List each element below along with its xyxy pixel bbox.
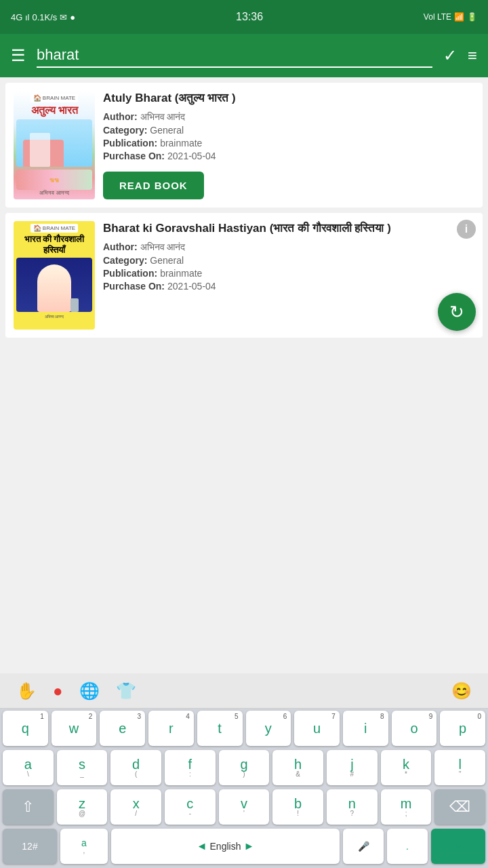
book-card: 🏠 BRAIN MATE अतुल्य भारत 🐪🐪 अभिनव आनन्द …	[5, 83, 483, 208]
book-publication-2: Publication:brainmate	[103, 268, 474, 279]
key-p[interactable]: 0p	[440, 711, 485, 746]
battery-icon: 🔋	[467, 12, 477, 22]
book-author-2: Author:अभिनव आनंद	[103, 241, 474, 253]
lang-arrow-right: ►	[243, 840, 254, 852]
key-l[interactable]: l"	[434, 750, 485, 785]
book-category-2: Category:General	[103, 255, 474, 266]
status-time: 13:36	[236, 11, 263, 23]
book-cover-1: 🏠 BRAIN MATE अतुल्य भारत 🐪🐪 अभिनव आनन्द	[14, 91, 95, 199]
key-b[interactable]: b!	[272, 789, 323, 825]
key-j[interactable]: j#	[327, 750, 378, 785]
cover-brand-2: 🏠 BRAIN MATE	[30, 224, 78, 233]
key-q[interactable]: 1q	[3, 711, 48, 746]
info-icon[interactable]: i	[457, 220, 476, 239]
key-o[interactable]: 9o	[392, 711, 437, 746]
book-info-1: Atuly Bharat (अतुल्य भारत ) Author:अभिनव…	[103, 91, 474, 199]
book-info-2: Bharat ki Goravshali Hastiyan (भारत की ग…	[103, 221, 474, 330]
confirm-search-icon[interactable]: ✓	[443, 46, 457, 65]
book-category-1: Category:General	[103, 125, 474, 136]
key-r[interactable]: 4r	[148, 711, 194, 746]
book-title-1: Atuly Bharat (अतुल्य भारत )	[103, 91, 474, 106]
keyboard: ✋ ● 🌐 👕 😊 1q 2w 3e 4r 5t 6y 7u 8i 9o 0p …	[0, 673, 488, 868]
refresh-fab[interactable]: ↻	[438, 293, 476, 331]
key-e[interactable]: 3e	[100, 711, 145, 746]
key-a-comma[interactable]: a,	[60, 829, 108, 864]
key-v[interactable]: v'	[219, 789, 270, 825]
key-m[interactable]: m;	[381, 789, 432, 825]
cover-brand-1: 🏠 BRAIN MATE	[30, 94, 78, 102]
keyboard-toolbar: ✋ ● 🌐 👕 😊	[0, 673, 488, 709]
book-author-1: Author:अभिनव आनंद	[103, 111, 474, 123]
smiley-icon[interactable]: 😊	[451, 682, 472, 701]
book-purchase-2: Purchase On:2021-05-04	[103, 281, 474, 292]
key-a[interactable]: a\	[3, 750, 54, 785]
cover-subtitle-2: अभिनव आनन्द	[45, 315, 64, 319]
signal-text: 4G ıl	[11, 12, 29, 22]
dot-red-icon: ●	[53, 682, 63, 701]
status-right: Vol LTE 📶 🔋	[424, 12, 477, 22]
globe-icon[interactable]: 🌐	[79, 682, 100, 701]
book-list: 🏠 BRAIN MATE अतुल्य भारत 🐪🐪 अभिनव आनन्द …	[0, 77, 488, 498]
book-title-2: Bharat ki Goravshali Hastiyan (भारत की ग…	[103, 221, 474, 236]
number-symbol-key[interactable]: 12#	[3, 829, 57, 864]
key-f[interactable]: f:	[165, 750, 216, 785]
keyboard-row-1: 1q 2w 3e 4r 5t 6y 7u 8i 9o 0p	[0, 709, 488, 748]
key-x[interactable]: x/	[110, 789, 161, 825]
key-w[interactable]: 2w	[52, 711, 97, 746]
shirt-icon[interactable]: 👕	[116, 682, 136, 701]
key-d[interactable]: d(	[110, 750, 161, 785]
key-c[interactable]: c-	[165, 789, 216, 825]
search-input[interactable]: bharat	[37, 43, 432, 68]
key-i[interactable]: 8i	[343, 711, 388, 746]
period-key[interactable]: .	[387, 829, 428, 864]
key-t[interactable]: 5t	[197, 711, 243, 746]
key-s[interactable]: s_	[57, 750, 108, 785]
cover-subtitle-1: अभिनव आनन्द	[39, 190, 68, 197]
key-n[interactable]: n?	[327, 789, 378, 825]
space-key[interactable]: ◄ English ►	[111, 829, 340, 864]
key-k[interactable]: k*	[381, 750, 432, 785]
key-y[interactable]: 6y	[246, 711, 291, 746]
speed-text: 0.1K/s	[32, 12, 57, 22]
lang-arrow-left: ◄	[197, 840, 207, 852]
keyboard-toolbar-left: ✋ ● 🌐 👕	[16, 682, 136, 701]
mic-key[interactable]: 🎤	[343, 829, 384, 864]
cover-title-2: भारत की गौरवशाली हस्तियाँ	[16, 234, 92, 255]
menu-icon[interactable]: ☰	[11, 46, 26, 65]
sort-icon[interactable]: ≡	[468, 46, 477, 65]
search-bar: ☰ bharat ✓ ≡	[0, 34, 488, 77]
language-label: English	[210, 841, 241, 852]
book-publication-1: Publication:brainmate	[103, 138, 474, 149]
backspace-key[interactable]: ⌫	[434, 789, 485, 825]
book-purchase-1: Purchase On:2021-05-04	[103, 151, 474, 161]
hand-icon[interactable]: ✋	[16, 682, 37, 701]
keyboard-row-3: ⇧ z@ x/ c- v' b! n? m; ⌫	[0, 787, 488, 827]
key-z[interactable]: z@	[57, 789, 108, 825]
book-cover-2: 🏠 BRAIN MATE भारत की गौरवशाली हस्तियाँ अ…	[14, 221, 95, 330]
status-left: 4G ıl 0.1K/s ✉ ●	[11, 12, 75, 22]
wifi-dot: ●	[70, 12, 75, 22]
keyboard-row-2: a\ s_ d( f: g) h& j# k* l"	[0, 748, 488, 787]
volte-icon: Vol LTE	[424, 12, 451, 22]
key-g[interactable]: g)	[219, 750, 270, 785]
key-h[interactable]: h&	[272, 750, 323, 785]
shift-key[interactable]: ⇧	[3, 789, 54, 825]
status-bar: 4G ıl 0.1K/s ✉ ● 13:36 Vol LTE 📶 🔋	[0, 0, 488, 34]
cover-title-1: अतुल्य भारत	[31, 104, 78, 117]
key-u[interactable]: 7u	[294, 711, 340, 746]
book-card-2: 🏠 BRAIN MATE भारत की गौरवशाली हस्तियाँ अ…	[5, 213, 483, 338]
read-book-button-1[interactable]: READ BOOK	[103, 172, 204, 199]
message-icon: ✉	[60, 12, 67, 22]
keyboard-row-4: 12# a, ◄ English ► 🎤 . ↵	[0, 827, 488, 868]
enter-key[interactable]: ↵	[431, 829, 485, 864]
wifi-icon: 📶	[454, 12, 464, 22]
